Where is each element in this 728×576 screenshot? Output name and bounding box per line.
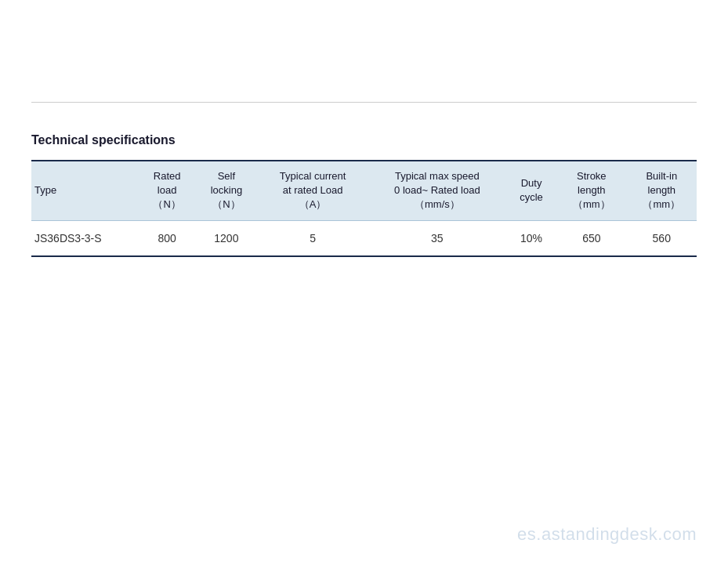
col-header-rated-load: Ratedload（N） (139, 161, 195, 220)
col-header-type: Type (31, 161, 139, 220)
cell-typical-max-speed: 35 (368, 220, 506, 256)
spec-table: Type Ratedload（N） Selflocking（N） Typical… (31, 160, 697, 257)
cell-rated-load: 800 (139, 220, 195, 256)
cell-built-in-length: 560 (627, 220, 697, 256)
watermark: es.astandingdesk.com (517, 524, 697, 545)
cell-typical-current: 5 (258, 220, 368, 256)
col-header-stroke-length: Strokelength（mm） (556, 161, 626, 220)
table-row: JS36DS3-3-S 800 1200 5 35 10% 650 560 (31, 220, 697, 256)
section-title: Technical specifications (31, 133, 697, 147)
cell-type: JS36DS3-3-S (31, 220, 139, 256)
col-header-duty-cycle: Dutycycle (506, 161, 556, 220)
cell-duty-cycle: 10% (506, 220, 556, 256)
cell-stroke-length: 650 (556, 220, 626, 256)
col-header-self-locking: Selflocking（N） (195, 161, 257, 220)
top-divider (31, 102, 697, 103)
table-header-row: Type Ratedload（N） Selflocking（N） Typical… (31, 161, 697, 220)
col-header-typical-max-speed: Typical max speed0 load~ Rated load（mm/s… (368, 161, 506, 220)
col-header-typical-current: Typical currentat rated Load（A） (258, 161, 368, 220)
main-content: Technical specifications Type Ratedload（… (31, 133, 697, 257)
col-header-built-in-length: Built-inlength（mm） (627, 161, 697, 220)
cell-self-locking: 1200 (195, 220, 257, 256)
